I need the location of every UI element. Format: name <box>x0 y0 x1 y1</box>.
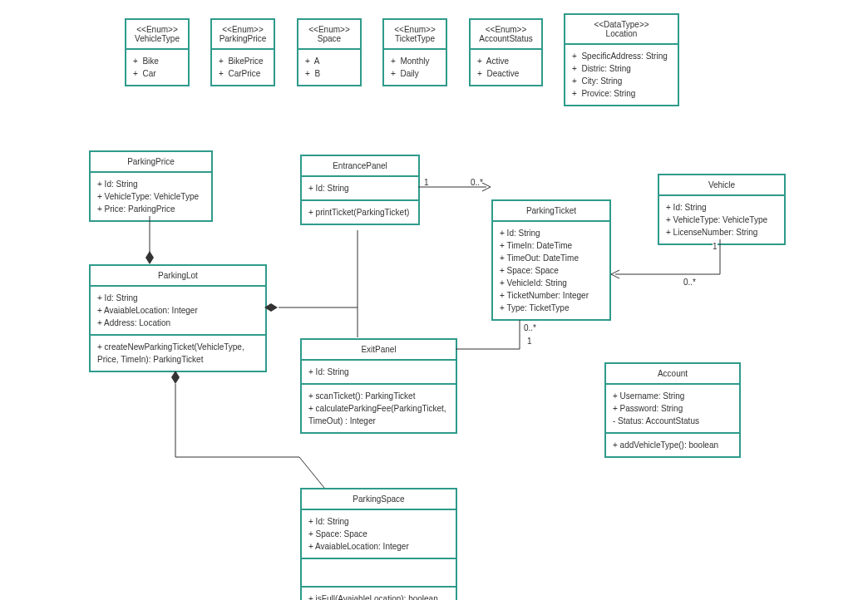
enum-space: <<Enum>> Space + A + B <box>297 18 362 86</box>
class-parkingticket: ParkingTicket + Id: String + TimeIn: Dat… <box>491 199 611 321</box>
datatype-location: <<DataType>> Location + SpecificAddress:… <box>564 13 679 106</box>
class-title: Vehicle <box>659 175 784 196</box>
class-attrs: + Id: String + Space: Space + AvaiableLo… <box>302 510 456 559</box>
enum-items: + Active + Deactive <box>471 50 541 85</box>
class-title: ParkingLot <box>91 266 265 287</box>
enum-items: + Bike + Car <box>126 50 188 85</box>
enum-items: + Monthly + Daily <box>384 50 446 85</box>
enum-items: + A + B <box>298 50 360 85</box>
class-title: EntrancePanel <box>302 156 418 177</box>
enum-accountstatus: <<Enum>> AccountStatus + Active + Deacti… <box>469 18 543 86</box>
class-exitpanel: ExitPanel + Id: String + scanTicket(): P… <box>300 338 457 434</box>
class-title: ParkingTicket <box>493 201 609 222</box>
class-parkingprice: ParkingPrice + Id: String + VehicleType:… <box>89 150 213 222</box>
class-attrs: + Username: String + Password: String - … <box>606 385 739 434</box>
class-title: ParkingPrice <box>91 152 211 173</box>
enum-vehicletype: <<Enum>> VehicleType + Bike + Car <box>125 18 190 86</box>
mult-ticket-0n-bottom: 0..* <box>524 323 536 332</box>
enum-parkingprice: <<Enum>> ParkingPrice + BikePrice + CarP… <box>210 18 275 86</box>
class-empty <box>302 559 456 588</box>
enum-title: <<Enum>> ParkingPrice <box>212 20 274 50</box>
class-ops: + isFull(AvaiableLocation): boolean <box>302 588 456 600</box>
class-vehicle: Vehicle + Id: String + VehicleType: Vehi… <box>658 174 786 245</box>
class-title: Account <box>606 364 739 385</box>
mult-entrance-1: 1 <box>424 178 429 187</box>
class-ops: + createNewParkingTicket(VehicleType, Pr… <box>91 336 265 371</box>
class-attrs: + Id: String + AvaiableLocation: Integer… <box>91 287 265 336</box>
svg-marker-9 <box>171 371 180 384</box>
class-title: ParkingSpace <box>302 489 456 510</box>
class-attrs: + Id: String + VehicleType: VehicleType … <box>91 173 211 220</box>
enum-title: <<Enum>> TicketType <box>384 20 446 50</box>
svg-marker-1 <box>145 251 154 264</box>
mult-vehicle-0n: 0..* <box>683 278 696 287</box>
class-ops: + addVehicleType(): boolean <box>606 434 739 456</box>
class-parkinglot: ParkingLot + Id: String + AvaiableLocati… <box>89 264 267 372</box>
mult-vehicle-1: 1 <box>713 242 718 251</box>
datatype-title: <<DataType>> Location <box>565 15 678 45</box>
enum-title: <<Enum>> VehicleType <box>126 20 188 50</box>
class-account: Account + Username: String + Password: S… <box>604 362 741 458</box>
enum-items: + BikePrice + CarPrice <box>212 50 274 85</box>
svg-line-8 <box>299 457 324 488</box>
enum-title: <<Enum>> Space <box>298 20 360 50</box>
datatype-items: + SpecificAddress: String + Distric: Str… <box>565 45 678 105</box>
class-title: ExitPanel <box>302 340 456 361</box>
class-attrs: + Id: String + TimeIn: DateTime + TimeOu… <box>493 222 609 319</box>
enum-title: <<Enum>> AccountStatus <box>471 20 541 50</box>
class-attrs: + Id: String <box>302 177 418 201</box>
class-parkingspace: ParkingSpace + Id: String + Space: Space… <box>300 488 457 600</box>
class-attrs: + Id: String + VehicleType: VehicleType … <box>659 196 784 243</box>
class-entrancepanel: EntrancePanel + Id: String + printTicket… <box>300 155 420 225</box>
enum-tickettype: <<Enum>> TicketType + Monthly + Daily <box>382 18 447 86</box>
class-attrs: + Id: String <box>302 361 456 385</box>
class-ops: + scanTicket(): ParkingTicket + calculat… <box>302 385 456 432</box>
mult-exit-1: 1 <box>527 337 532 346</box>
class-ops: + printTicket(ParkingTicket) <box>302 201 418 224</box>
mult-ticket-0n: 0..* <box>471 178 483 187</box>
